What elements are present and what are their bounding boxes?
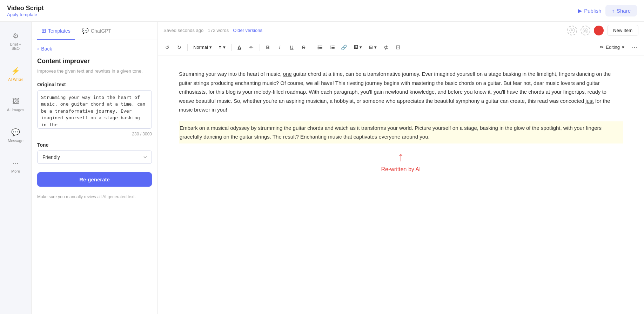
far-left-nav: ⚙ Brief + SEO ⚡ AI Writer 🖼 AI Images 💬 … xyxy=(0,22,32,314)
sidebar-item-ai-images[interactable]: 🖼 AI Images xyxy=(4,95,28,115)
editing-chevron-icon: ▾ xyxy=(622,45,624,50)
text-style-dropdown[interactable]: Normal ▾ xyxy=(190,43,215,51)
tab-templates[interactable]: ⊞ Templates xyxy=(37,22,75,40)
publish-button[interactable]: ▶ Publish xyxy=(578,7,601,14)
tone-section: Tone Friendly Professional Casual Formal… xyxy=(37,142,152,164)
svg-rect-7 xyxy=(319,47,322,48)
svg-rect-11 xyxy=(331,46,335,46)
image-icon: 🖼 xyxy=(354,45,358,50)
panel-content: ‹ Back Content improver Improves the giv… xyxy=(32,40,157,314)
sidebar-item-ai-writer[interactable]: ⚡ AI Writer xyxy=(4,64,28,84)
regenerate-button[interactable]: Re-generate xyxy=(37,172,152,187)
editor-meta: Saved seconds ago 172 words Older versio… xyxy=(163,28,562,33)
text-area-wrapper xyxy=(37,90,152,130)
publish-arrow-icon: ▶ xyxy=(578,7,582,14)
apply-template-link[interactable]: Apply template xyxy=(7,12,44,17)
ordered-list-button[interactable]: 1.2.3. xyxy=(327,42,337,53)
sidebar-item-label: More xyxy=(11,169,20,173)
highlighted-paragraph: Embark on a musical odyssey by strumming… xyxy=(179,121,623,143)
underline-button[interactable]: U xyxy=(287,42,297,53)
panel-description: Improves the given text and rewrites in … xyxy=(37,68,152,75)
ai-label: Re-written by AI xyxy=(381,165,421,174)
toolbar-divider-1 xyxy=(187,44,188,51)
templates-icon: ⊞ xyxy=(41,27,46,34)
tone-label: Tone xyxy=(37,142,152,148)
svg-point-8 xyxy=(317,48,318,49)
table-icon: ⊞ xyxy=(369,45,373,50)
original-text-label: Original text xyxy=(37,82,152,87)
highlight-button[interactable]: ✏ xyxy=(246,42,257,53)
red-dot-avatar xyxy=(594,26,604,35)
underline-one: one xyxy=(283,71,292,77)
redo-button[interactable]: ↻ xyxy=(174,42,185,53)
share-button[interactable]: ↑ Share xyxy=(605,5,637,16)
saved-text: Saved seconds ago xyxy=(163,28,203,33)
sidebar-item-label: Brief + SEO xyxy=(6,42,25,51)
brief-seo-icon: ⚙ xyxy=(13,32,19,40)
new-item-button[interactable]: New Item xyxy=(607,25,638,36)
underline-just: just xyxy=(585,98,593,104)
italic-button[interactable]: I xyxy=(275,42,285,53)
editor-top-bar: Saved seconds ago 172 words Older versio… xyxy=(158,22,644,39)
char-count: 230 / 3000 xyxy=(37,132,152,136)
main-body: ⚙ Brief + SEO ⚡ AI Writer 🖼 AI Images 💬 … xyxy=(0,22,644,314)
more-icon: ··· xyxy=(13,159,19,167)
more-options-button[interactable]: ··· xyxy=(629,42,640,53)
editing-button[interactable]: ✏ Editing ▾ xyxy=(596,43,628,51)
back-arrow-icon: ‹ xyxy=(37,46,39,52)
insert-special-button[interactable]: ⊡ xyxy=(393,42,403,53)
tone-select[interactable]: Friendly Professional Casual Formal Humo… xyxy=(37,151,152,164)
header-right: ▶ Publish ↑ Share xyxy=(578,5,637,16)
older-versions-link[interactable]: Older versions xyxy=(233,28,262,33)
page-title: Video Script xyxy=(7,5,44,12)
header-left: Video Script Apply template xyxy=(7,5,44,17)
chatgpt-icon: 💬 xyxy=(82,27,89,34)
toolbar-divider-3 xyxy=(260,44,260,51)
svg-text:3.: 3. xyxy=(330,47,331,49)
message-icon: 💬 xyxy=(11,128,20,136)
align-chevron-icon: ▾ xyxy=(223,45,226,50)
chevron-down-icon: ▾ xyxy=(209,45,212,50)
image-dropdown[interactable]: 🖼 ▾ xyxy=(351,43,365,51)
editor-toolbar: ↺ ↻ Normal ▾ ≡ ▾ A ✏ B I U S 1.2 xyxy=(158,39,644,55)
image-chevron-icon: ▾ xyxy=(360,45,362,50)
table-chevron-icon: ▾ xyxy=(374,45,377,50)
strikethrough-button[interactable]: S xyxy=(298,42,309,53)
svg-rect-3 xyxy=(585,30,586,32)
bullet-list-button[interactable] xyxy=(315,42,326,53)
disclaimer: Make sure you manually review all AI gen… xyxy=(37,194,152,200)
editor-right-bar: New Item xyxy=(567,25,638,36)
sidebar-item-brief-seo[interactable]: ⚙ Brief + SEO xyxy=(4,29,28,53)
tab-chatgpt[interactable]: 💬 ChatGPT xyxy=(78,22,115,40)
panel-section-title: Content improver xyxy=(37,58,152,65)
svg-rect-9 xyxy=(319,48,322,49)
align-dropdown[interactable]: ≡ ▾ xyxy=(216,43,228,51)
svg-point-4 xyxy=(317,45,318,46)
svg-rect-15 xyxy=(331,48,335,49)
svg-point-6 xyxy=(317,47,318,48)
sidebar-item-label: AI Images xyxy=(7,108,25,112)
undo-button[interactable]: ↺ xyxy=(162,42,173,53)
sidebar-item-more[interactable]: ··· More xyxy=(4,156,28,176)
svg-point-1 xyxy=(571,29,573,31)
top-header: Video Script Apply template ▶ Publish ↑ … xyxy=(0,0,644,22)
ai-annotation: ↑ Re-written by AI xyxy=(179,151,623,174)
toolbar-divider-2 xyxy=(231,44,232,51)
back-link[interactable]: ‹ Back xyxy=(37,46,152,52)
left-panel: ⊞ Templates 💬 ChatGPT ‹ Back Content imp… xyxy=(32,22,158,314)
ai-arrow-icon: ↑ xyxy=(398,151,404,163)
ai-images-icon: 🖼 xyxy=(12,98,19,106)
bold-button[interactable]: B xyxy=(263,42,273,53)
editor-area: Saved seconds ago 172 words Older versio… xyxy=(158,22,644,314)
link-button[interactable]: 🔗 xyxy=(339,42,349,53)
sidebar-item-label: Message xyxy=(8,139,24,143)
word-count: 172 words xyxy=(208,28,229,33)
table-dropdown[interactable]: ⊞ ▾ xyxy=(366,43,380,51)
underline-color-button[interactable]: A xyxy=(234,42,245,53)
sidebar-item-message[interactable]: 💬 Message xyxy=(4,125,28,146)
svg-rect-13 xyxy=(331,47,335,48)
format-clear-button[interactable]: ⊄ xyxy=(381,42,391,53)
editor-content[interactable]: Strumming your way into the heart of mus… xyxy=(158,55,644,314)
sidebar-item-label: AI Writer xyxy=(8,77,23,81)
original-text-input[interactable] xyxy=(37,90,152,129)
